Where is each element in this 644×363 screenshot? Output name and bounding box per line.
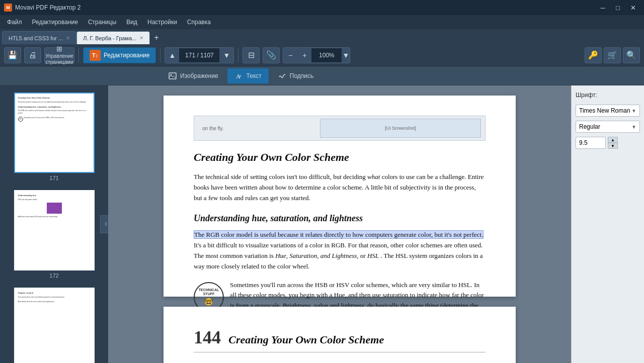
zoom-out-button[interactable]: − bbox=[283, 47, 297, 63]
font-style-value: Regular bbox=[579, 123, 600, 130]
font-name-value: Times New Roman bbox=[579, 107, 630, 114]
text-icon: A a bbox=[234, 71, 244, 80]
tab-add-button[interactable]: + bbox=[150, 31, 163, 44]
app-title: Movavi PDF Редактор 2 bbox=[15, 4, 80, 11]
font-style-dropdown-arrow: ▼ bbox=[631, 124, 636, 130]
search-icon: 🔍 bbox=[626, 50, 636, 60]
font-size-input[interactable] bbox=[576, 137, 606, 149]
app-icon: M bbox=[4, 4, 12, 12]
font-panel: Шрифт: Times New Roman ▼ Regular ▼ ▲ ▼ bbox=[571, 85, 644, 363]
title-bar: M Movavi PDF Редактор 2 ─ □ ✕ bbox=[0, 0, 644, 15]
page-down-button[interactable]: ▼ bbox=[219, 47, 233, 63]
page-section-heading: Understanding hue, saturation, and light… bbox=[194, 213, 486, 224]
key-icon: 🔑 bbox=[588, 50, 598, 60]
main-toolbar: 💾 🖨 ⊞ Управление страницами T↕ Редактиро… bbox=[0, 44, 644, 66]
thumbnail-171[interactable]: Creating Your Own Color Scheme The techn… bbox=[12, 90, 97, 183]
document-viewer[interactable]: on the fly. [UI Screenshot] Creating You… bbox=[108, 85, 571, 363]
page-nav-group: ▲ ▼ bbox=[165, 47, 234, 63]
view-mode-button[interactable]: ⊟ bbox=[243, 47, 260, 63]
menu-file[interactable]: Файл bbox=[2, 17, 27, 28]
hsl-italic: Hue, Saturation, and Lightness, bbox=[275, 252, 358, 259]
chapter-divider bbox=[194, 352, 486, 352]
pages-label: Управление страницами bbox=[45, 53, 73, 65]
menu-bar: Файл Редактирование Страницы Вид Настрой… bbox=[0, 15, 644, 29]
main-area: Creating Your Own Color Scheme The techn… bbox=[0, 85, 644, 363]
text-tool-button[interactable]: A a Текст bbox=[227, 68, 269, 83]
key-button[interactable]: 🔑 bbox=[585, 47, 602, 63]
tab-html5[interactable]: HTL5 and CSS3 for ... ✕ bbox=[2, 31, 76, 44]
save-button[interactable]: 💾 bbox=[4, 47, 21, 63]
page-body-1: The technical side of setting colors isn… bbox=[194, 172, 486, 203]
font-size-up[interactable]: ▲ bbox=[608, 137, 618, 143]
sub-toolbar: Изображение A a Текст Подпись bbox=[0, 66, 644, 85]
chapter-num: 144 bbox=[194, 327, 221, 347]
print-icon: 🖨 bbox=[29, 51, 37, 60]
print-button[interactable]: 🖨 bbox=[24, 47, 41, 63]
pages-button[interactable]: ⊞ Управление страницами bbox=[44, 47, 74, 63]
thumbnail-172[interactable]: Understanding hue HSL color description … bbox=[12, 188, 97, 281]
thumbnail-label-171: 171 bbox=[49, 175, 58, 181]
edit-mode-button[interactable]: T↕ Редактирование bbox=[83, 47, 156, 63]
font-style-select[interactable]: Regular ▼ bbox=[576, 121, 640, 133]
page-input[interactable] bbox=[179, 48, 219, 62]
image-tool-button[interactable]: Изображение bbox=[161, 68, 225, 83]
font-panel-title: Шрифт: bbox=[576, 92, 640, 99]
thumbnail-img-172: Understanding hue HSL color description … bbox=[14, 190, 95, 270]
menu-settings[interactable]: Настройки bbox=[142, 17, 182, 28]
highlighted-text: The RGB color model is useful because it… bbox=[194, 230, 484, 239]
view-icon: ⊟ bbox=[248, 50, 255, 60]
sign-icon bbox=[278, 71, 287, 80]
grid-icon: ⊞ bbox=[56, 45, 62, 53]
font-dropdown-arrow: ▼ bbox=[631, 108, 636, 114]
font-size-row: ▲ ▼ bbox=[576, 137, 640, 149]
sign-tool-button[interactable]: Подпись bbox=[271, 68, 321, 83]
hsl-abbr: HSL bbox=[367, 252, 379, 259]
panel-collapse-button[interactable]: 《 bbox=[100, 215, 108, 233]
body1-italic: what bbox=[367, 173, 380, 180]
cart-button[interactable]: 🛒 bbox=[604, 47, 621, 63]
restore-button[interactable]: □ bbox=[611, 3, 625, 13]
attach-button[interactable]: 📎 bbox=[263, 47, 280, 63]
tab-verba[interactable]: Л. Г. Верба - Грама... ✕ bbox=[76, 31, 150, 44]
page-main-heading: Creating Your Own Color Scheme bbox=[194, 151, 486, 164]
page2-body: To describe a color using HSL, you speci… bbox=[194, 360, 486, 363]
minimize-button[interactable]: ─ bbox=[596, 3, 610, 13]
page-144: 144 Creating Your Own Color Scheme To de… bbox=[164, 307, 516, 363]
tab-bar: HTL5 and CSS3 for ... ✕ Л. Г. Верба - Гр… bbox=[0, 29, 644, 44]
close-button[interactable]: ✕ bbox=[626, 3, 640, 13]
svg-rect-0 bbox=[169, 73, 176, 79]
search-button[interactable]: 🔍 bbox=[623, 47, 640, 63]
page-up-button[interactable]: ▲ bbox=[165, 47, 179, 63]
zoom-in-button[interactable]: + bbox=[297, 47, 311, 63]
page-171: on the fly. [UI Screenshot] Creating You… bbox=[164, 96, 516, 297]
menu-help[interactable]: Справка bbox=[182, 17, 216, 28]
attach-icon: 📎 bbox=[266, 50, 276, 60]
image-icon bbox=[168, 71, 177, 80]
font-size-down[interactable]: ▼ bbox=[608, 143, 618, 149]
thumbnail-img-171: Creating Your Own Color Scheme The techn… bbox=[14, 93, 95, 173]
thumbnail-img-173: Chapter content Text content about color… bbox=[14, 288, 95, 363]
chapter-title: Creating Your Own Color Scheme bbox=[228, 333, 384, 346]
edit-mode-icon: T↕ bbox=[90, 50, 101, 61]
on-the-fly-text: on the fly. bbox=[198, 126, 228, 131]
separator-2 bbox=[160, 48, 160, 62]
page-body-2: The RGB color model is useful because it… bbox=[194, 230, 486, 271]
chapter-header: 144 Creating Your Own Color Scheme bbox=[194, 327, 486, 348]
font-name-select[interactable]: Times New Roman ▼ bbox=[576, 105, 640, 117]
thumbnail-173[interactable]: Chapter content Text content about color… bbox=[12, 286, 97, 363]
save-icon: 💾 bbox=[8, 50, 18, 60]
cart-icon: 🛒 bbox=[607, 50, 617, 60]
zoom-dropdown[interactable]: ▼ bbox=[342, 47, 350, 63]
thumbnail-panel: Creating Your Own Color Scheme The techn… bbox=[0, 85, 108, 363]
zoom-level[interactable]: 100% bbox=[311, 48, 342, 62]
svg-text:a: a bbox=[239, 73, 242, 78]
font-size-arrows: ▲ ▼ bbox=[608, 137, 618, 149]
tab-close-verba[interactable]: ✕ bbox=[139, 35, 143, 41]
tab-close-html5[interactable]: ✕ bbox=[66, 35, 70, 41]
menu-edit[interactable]: Редактирование bbox=[27, 17, 83, 28]
separator-3 bbox=[238, 48, 238, 62]
zoom-group: − + 100% ▼ bbox=[283, 47, 350, 63]
thumbnail-label-172: 172 bbox=[49, 273, 58, 279]
menu-pages[interactable]: Страницы bbox=[83, 17, 121, 28]
menu-view[interactable]: Вид bbox=[121, 17, 142, 28]
